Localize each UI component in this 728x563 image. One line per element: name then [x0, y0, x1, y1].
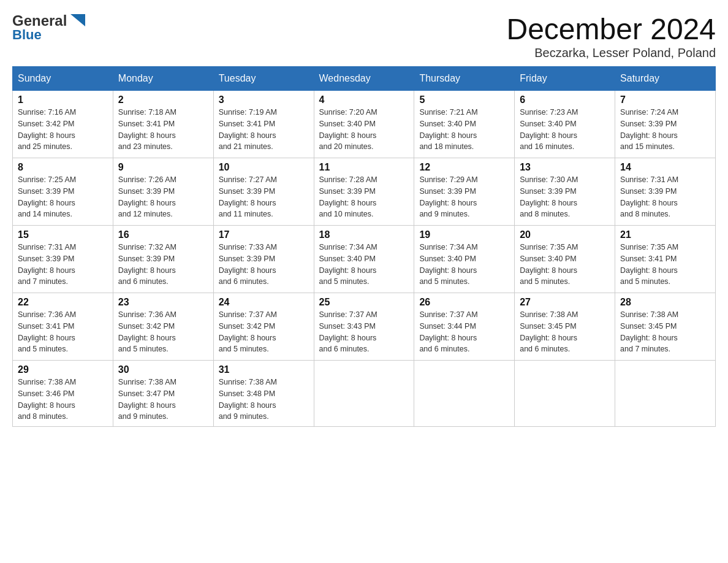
week-row-5: 29Sunrise: 7:38 AMSunset: 3:46 PMDayligh… [13, 361, 716, 427]
day-info: Sunrise: 7:33 AMSunset: 3:39 PMDaylight:… [219, 243, 277, 286]
day-cell-10: 10Sunrise: 7:27 AMSunset: 3:39 PMDayligh… [213, 158, 314, 226]
title-section: December 2024 Beczarka, Lesser Poland, P… [506, 12, 716, 60]
day-info: Sunrise: 7:34 AMSunset: 3:40 PMDaylight:… [319, 243, 377, 286]
day-info: Sunrise: 7:38 AMSunset: 3:47 PMDaylight:… [118, 378, 176, 421]
day-info: Sunrise: 7:20 AMSunset: 3:40 PMDaylight:… [319, 108, 377, 151]
day-cell-23: 23Sunrise: 7:36 AMSunset: 3:42 PMDayligh… [113, 293, 213, 361]
day-number: 2 [118, 94, 208, 105]
day-info: Sunrise: 7:36 AMSunset: 3:41 PMDaylight:… [18, 310, 76, 353]
week-row-2: 8Sunrise: 7:25 AMSunset: 3:39 PMDaylight… [13, 158, 716, 226]
day-cell-5: 5Sunrise: 7:21 AMSunset: 3:40 PMDaylight… [414, 91, 515, 158]
header-thursday: Thursday [414, 67, 515, 91]
day-info: Sunrise: 7:31 AMSunset: 3:39 PMDaylight:… [620, 175, 678, 218]
logo-arrow-icon [68, 14, 85, 29]
day-cell-7: 7Sunrise: 7:24 AMSunset: 3:39 PMDaylight… [615, 91, 716, 158]
day-number: 9 [118, 162, 208, 173]
week-row-3: 15Sunrise: 7:31 AMSunset: 3:39 PMDayligh… [13, 226, 716, 293]
day-info: Sunrise: 7:31 AMSunset: 3:39 PMDaylight:… [18, 243, 76, 286]
header-friday: Friday [515, 67, 615, 91]
day-number: 30 [118, 364, 208, 375]
day-info: Sunrise: 7:38 AMSunset: 3:45 PMDaylight:… [520, 310, 578, 353]
header-sunday: Sunday [13, 67, 113, 91]
day-cell-11: 11Sunrise: 7:28 AMSunset: 3:39 PMDayligh… [314, 158, 414, 226]
day-number: 13 [520, 162, 610, 173]
day-cell-15: 15Sunrise: 7:31 AMSunset: 3:39 PMDayligh… [13, 226, 113, 293]
day-cell-18: 18Sunrise: 7:34 AMSunset: 3:40 PMDayligh… [314, 226, 414, 293]
day-cell-17: 17Sunrise: 7:33 AMSunset: 3:39 PMDayligh… [213, 226, 314, 293]
day-info: Sunrise: 7:37 AMSunset: 3:44 PMDaylight:… [419, 310, 477, 353]
header-wednesday: Wednesday [314, 67, 414, 91]
day-number: 21 [620, 229, 710, 240]
day-number: 17 [219, 229, 309, 240]
day-number: 23 [118, 297, 208, 308]
header-row: SundayMondayTuesdayWednesdayThursdayFrid… [13, 67, 716, 91]
day-cell-26: 26Sunrise: 7:37 AMSunset: 3:44 PMDayligh… [414, 293, 515, 361]
day-info: Sunrise: 7:29 AMSunset: 3:39 PMDaylight:… [419, 175, 477, 218]
day-number: 14 [620, 162, 710, 173]
day-cell-29: 29Sunrise: 7:38 AMSunset: 3:46 PMDayligh… [13, 361, 113, 427]
calendar-title: December 2024 [506, 12, 716, 46]
day-number: 6 [520, 94, 610, 105]
day-info: Sunrise: 7:21 AMSunset: 3:40 PMDaylight:… [419, 108, 477, 151]
day-cell-30: 30Sunrise: 7:38 AMSunset: 3:47 PMDayligh… [113, 361, 213, 427]
empty-cell [515, 361, 615, 427]
day-info: Sunrise: 7:37 AMSunset: 3:43 PMDaylight:… [319, 310, 377, 353]
day-number: 29 [18, 364, 108, 375]
day-info: Sunrise: 7:23 AMSunset: 3:40 PMDaylight:… [520, 108, 578, 151]
day-info: Sunrise: 7:16 AMSunset: 3:42 PMDaylight:… [18, 108, 76, 151]
day-number: 3 [219, 94, 309, 105]
day-info: Sunrise: 7:26 AMSunset: 3:39 PMDaylight:… [118, 175, 176, 218]
day-number: 7 [620, 94, 710, 105]
day-info: Sunrise: 7:35 AMSunset: 3:41 PMDaylight:… [620, 243, 678, 286]
day-cell-8: 8Sunrise: 7:25 AMSunset: 3:39 PMDaylight… [13, 158, 113, 226]
day-cell-21: 21Sunrise: 7:35 AMSunset: 3:41 PMDayligh… [615, 226, 716, 293]
day-cell-25: 25Sunrise: 7:37 AMSunset: 3:43 PMDayligh… [314, 293, 414, 361]
day-number: 18 [319, 229, 409, 240]
day-number: 10 [219, 162, 309, 173]
day-info: Sunrise: 7:35 AMSunset: 3:40 PMDaylight:… [520, 243, 578, 286]
day-cell-22: 22Sunrise: 7:36 AMSunset: 3:41 PMDayligh… [13, 293, 113, 361]
day-number: 27 [520, 297, 610, 308]
calendar-table: SundayMondayTuesdayWednesdayThursdayFrid… [12, 66, 716, 427]
empty-cell [615, 361, 716, 427]
day-cell-14: 14Sunrise: 7:31 AMSunset: 3:39 PMDayligh… [615, 158, 716, 226]
week-row-4: 22Sunrise: 7:36 AMSunset: 3:41 PMDayligh… [13, 293, 716, 361]
logo: General Blue [12, 12, 85, 43]
day-cell-31: 31Sunrise: 7:38 AMSunset: 3:48 PMDayligh… [213, 361, 314, 427]
day-info: Sunrise: 7:38 AMSunset: 3:46 PMDaylight:… [18, 378, 76, 421]
empty-cell [314, 361, 414, 427]
day-number: 19 [419, 229, 509, 240]
day-number: 28 [620, 297, 710, 308]
day-cell-3: 3Sunrise: 7:19 AMSunset: 3:41 PMDaylight… [213, 91, 314, 158]
day-number: 8 [18, 162, 108, 173]
day-cell-24: 24Sunrise: 7:37 AMSunset: 3:42 PMDayligh… [213, 293, 314, 361]
day-cell-9: 9Sunrise: 7:26 AMSunset: 3:39 PMDaylight… [113, 158, 213, 226]
day-number: 5 [419, 94, 509, 105]
day-number: 16 [118, 229, 208, 240]
day-cell-19: 19Sunrise: 7:34 AMSunset: 3:40 PMDayligh… [414, 226, 515, 293]
day-cell-20: 20Sunrise: 7:35 AMSunset: 3:40 PMDayligh… [515, 226, 615, 293]
day-info: Sunrise: 7:34 AMSunset: 3:40 PMDaylight:… [419, 243, 477, 286]
calendar-subtitle: Beczarka, Lesser Poland, Poland [506, 46, 716, 60]
day-number: 1 [18, 94, 108, 105]
logo-blue-text: Blue [12, 27, 42, 43]
day-cell-4: 4Sunrise: 7:20 AMSunset: 3:40 PMDaylight… [314, 91, 414, 158]
day-info: Sunrise: 7:24 AMSunset: 3:39 PMDaylight:… [620, 108, 678, 151]
header-saturday: Saturday [615, 67, 716, 91]
day-cell-28: 28Sunrise: 7:38 AMSunset: 3:45 PMDayligh… [615, 293, 716, 361]
day-info: Sunrise: 7:18 AMSunset: 3:41 PMDaylight:… [118, 108, 176, 151]
day-cell-12: 12Sunrise: 7:29 AMSunset: 3:39 PMDayligh… [414, 158, 515, 226]
day-info: Sunrise: 7:38 AMSunset: 3:45 PMDaylight:… [620, 310, 678, 353]
day-number: 12 [419, 162, 509, 173]
day-number: 31 [219, 364, 309, 375]
day-number: 26 [419, 297, 509, 308]
day-cell-27: 27Sunrise: 7:38 AMSunset: 3:45 PMDayligh… [515, 293, 615, 361]
day-info: Sunrise: 7:27 AMSunset: 3:39 PMDaylight:… [219, 175, 277, 218]
day-info: Sunrise: 7:37 AMSunset: 3:42 PMDaylight:… [219, 310, 277, 353]
svg-marker-0 [70, 14, 85, 26]
empty-cell [414, 361, 515, 427]
day-info: Sunrise: 7:28 AMSunset: 3:39 PMDaylight:… [319, 175, 377, 218]
day-cell-6: 6Sunrise: 7:23 AMSunset: 3:40 PMDaylight… [515, 91, 615, 158]
day-info: Sunrise: 7:38 AMSunset: 3:48 PMDaylight:… [219, 378, 277, 421]
header-monday: Monday [113, 67, 213, 91]
